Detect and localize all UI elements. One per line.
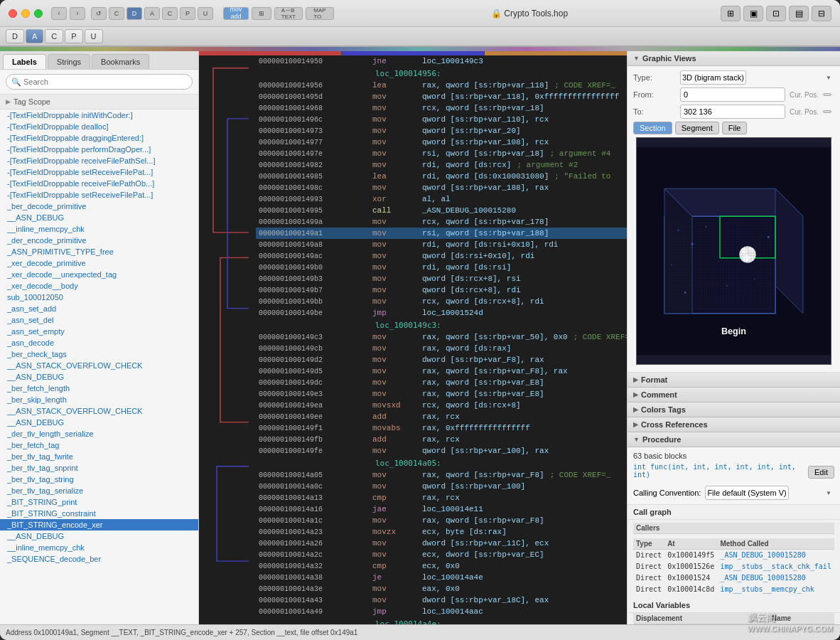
seg-u[interactable]: U <box>85 29 103 43</box>
list-item[interactable]: __ASN_DEBUG <box>0 417 198 428</box>
disasm-line[interactable]: loc_100014a05: <box>256 457 627 469</box>
list-item[interactable]: _ber_decode_primitive <box>0 201 198 212</box>
tab-strings[interactable]: Strings <box>48 54 90 69</box>
list-item[interactable]: _asn_decode <box>0 337 198 348</box>
list-item[interactable]: _SEQUENCE_decode_ber <box>0 553 198 565</box>
list-item[interactable]: _der_tlv_length_serialize <box>0 428 198 439</box>
list-item[interactable]: _ber_tlv_tag_serialize <box>0 485 198 496</box>
close-button[interactable] <box>9 9 17 18</box>
to-input[interactable] <box>680 105 785 119</box>
list-item[interactable]: -[TextFieldDroppable receiveFilePathOb..… <box>0 178 198 189</box>
comment-header[interactable]: ▶ Comment <box>628 388 840 402</box>
disasm-line[interactable]: loc_1000149c3: <box>256 319 627 331</box>
list-item[interactable]: -[TextFieldDroppable initWithCoder:] <box>0 110 198 121</box>
list-item[interactable]: _BIT_STRING_encode_xer <box>0 519 198 530</box>
list-item[interactable]: _ber_skip_length <box>0 394 198 405</box>
type-select[interactable]: 3D (bigram stack) <box>680 70 746 85</box>
list-item[interactable]: _ber_tlv_tag_snprint <box>0 462 198 474</box>
list-item[interactable]: _BIT_STRING_constraint <box>0 508 198 519</box>
colors-tags-header[interactable]: ▶ Colors Tags <box>628 402 840 417</box>
disasm-line[interactable]: 0000001000149acmovqword [ds:rsi+0x10], r… <box>256 250 627 262</box>
disasm-line[interactable]: 000000100014a26movdword [ss:rbp+var_11C]… <box>256 538 627 549</box>
grid-button[interactable]: ⊞ <box>252 7 271 20</box>
disasm-line[interactable]: 000000100014950jneloc_1000149c3 <box>256 55 627 67</box>
list-item[interactable]: -[TextFieldDroppable performDragOper...] <box>0 144 198 155</box>
disasm-line[interactable]: 00000010001497emovrsi, qword [ss:rbp+var… <box>256 148 627 159</box>
list-item[interactable]: sub_100012050 <box>0 292 198 303</box>
ab-text-button[interactable]: A↔BTEXT <box>274 7 303 20</box>
disasm-line[interactable]: 0000001000149d2movdword [ss:rbp+var_F8],… <box>256 354 627 366</box>
cur-pos-btn-1[interactable] <box>823 93 831 96</box>
list-item[interactable]: __ASN_DEBUG <box>0 371 198 383</box>
disasm-line[interactable]: 000000100014a1cmovrax, qword [ss:rbp+var… <box>256 515 627 526</box>
format-header[interactable]: ▶ Format <box>628 373 840 388</box>
back-button[interactable]: ‹ <box>51 7 67 20</box>
list-item[interactable]: -[TextFieldDroppable setReceiveFilePat..… <box>0 189 198 201</box>
tool-c[interactable]: C <box>109 7 124 20</box>
list-item[interactable]: __ASN_STACK_OVERFLOW_CHECK <box>0 360 198 371</box>
layout-btn-3[interactable]: ⊡ <box>766 6 786 21</box>
list-item[interactable]: _xer_decode__body <box>0 280 198 292</box>
disasm-line[interactable]: 0000001000149femovqword [ss:rbp+var_100]… <box>256 445 627 457</box>
disasm-line[interactable]: 0000001000149eeaddrax, rcx <box>256 411 627 422</box>
list-item[interactable]: -[TextFieldDroppable receiveFilePathSel.… <box>0 155 198 166</box>
disasm-line[interactable]: loc_100014a4e: <box>256 617 627 624</box>
list-item[interactable]: -[TextFieldDroppable draggingEntered:] <box>0 132 198 144</box>
disasm-line[interactable]: 0000001000149bejmploc_10001524d <box>256 307 627 319</box>
tab-labels[interactable]: Labels <box>3 54 46 69</box>
list-item[interactable]: _ber_fetch_length <box>0 383 198 394</box>
list-item[interactable]: _der_encode_primitive <box>0 235 198 246</box>
disasm-line[interactable]: 000000100014a43movdword [ss:rbp+var_18C]… <box>256 594 627 606</box>
disasm-line[interactable]: 0000001000149dcmovrax, qword [ss:rbp+var… <box>256 377 627 388</box>
file-btn[interactable]: File <box>722 122 748 134</box>
procedure-header[interactable]: ▼ Procedure <box>628 432 840 447</box>
disasm-line[interactable]: 0000001000149eamovsxdrcx, qword [ds:rcx+… <box>256 400 627 411</box>
list-item[interactable]: _xer_decode_primitive <box>0 257 198 269</box>
disasm-line[interactable]: 000000100014968movrcx, qword [ss:rbp+var… <box>256 102 627 114</box>
list-item[interactable]: _asn_set_add <box>0 303 198 314</box>
list-item[interactable]: -[TextFieldDroppable dealloc] <box>0 121 198 132</box>
disasm-line[interactable]: 000000100014a16jaeloc_100014e11 <box>256 503 627 515</box>
disasm-line[interactable]: 000000100014a13cmprax, rcx <box>256 492 627 503</box>
disasm-line[interactable]: 000000100014a05movrax, qword [ss:rbp+var… <box>256 469 627 481</box>
disasm-line[interactable]: 000000100014977movqword [ss:rbp+var_108]… <box>256 137 627 148</box>
disasm-line[interactable]: 0000001000149c3movrax, qword [ss:rbp+var… <box>256 331 627 343</box>
cross-refs-header[interactable]: ▶ Cross References <box>628 417 840 432</box>
disasm-line[interactable]: 000000100014a23movzxecx, byte [ds:rax] <box>256 526 627 538</box>
maximize-button[interactable] <box>34 9 43 18</box>
disasm-line[interactable]: 000000100014a38jeloc_100014a4e <box>256 572 627 583</box>
disasm-line[interactable]: 00000010001499amovrcx, qword [ss:rbp+var… <box>256 216 627 228</box>
list-item[interactable]: _ber_tlv_tag_fwrite <box>0 451 198 462</box>
minimize-button[interactable] <box>21 9 30 18</box>
layout-btn-2[interactable]: ▣ <box>743 6 763 21</box>
list-item[interactable]: _ber_check_tags <box>0 348 198 360</box>
seg-c[interactable]: C <box>45 29 63 43</box>
calling-conv-select[interactable]: File default (System V) <box>705 486 789 500</box>
disasm-line[interactable]: 000000100014a3emoveax, 0x0 <box>256 583 627 594</box>
disasm-line[interactable]: 00000010001495dmovqword [ss:rbp+var_118]… <box>256 91 627 102</box>
disasm-line[interactable]: 0000001000149cbmovrax, qword [ds:rax] <box>256 343 627 354</box>
edit-button[interactable]: Edit <box>808 466 834 479</box>
layout-btn-4[interactable]: ▤ <box>789 6 809 21</box>
disasm-line[interactable]: 0000001000149bbmovrcx, qword [ds:rcx+8],… <box>256 296 627 307</box>
refresh-button[interactable]: ↺ <box>91 7 107 20</box>
list-item[interactable]: __ASN_STACK_OVERFLOW_CHECK <box>0 405 198 417</box>
disasm-line[interactable]: 000000100014973movqword [ss:rbp+var_20] <box>256 125 627 137</box>
list-item[interactable]: __inline_memcpy_chk <box>0 223 198 235</box>
disasm-line[interactable]: 000000100014a0cmovqword [ss:rbp+var_100] <box>256 481 627 492</box>
list-item[interactable]: _ber_tlv_tag_string <box>0 474 198 485</box>
section-btn[interactable]: Section <box>633 122 672 134</box>
disasm-line[interactable]: 000000100014982movrdi, qword [ds:rcx]; a… <box>256 159 627 171</box>
graphic-views-header[interactable]: ▼ Graphic Views <box>628 51 840 66</box>
seg-p[interactable]: P <box>65 29 82 43</box>
list-item[interactable]: -[TextFieldDroppable setReceiveFilePat..… <box>0 166 198 178</box>
search-input[interactable] <box>6 74 193 90</box>
disasm-line[interactable]: 0000001000149d5movrax, qword [ss:rbp+var… <box>256 366 627 377</box>
disasm-line[interactable]: 0000001000149b0movrdi, qword [ds:rsi] <box>256 262 627 273</box>
disasm-line[interactable]: 0000001000149fbaddrax, rcx <box>256 434 627 445</box>
list-item[interactable]: __ASN_DEBUG <box>0 530 198 542</box>
disasm-line[interactable]: 000000100014985leardi, qword [ds:0x10003… <box>256 171 627 182</box>
disasm-line[interactable]: 00000010001498cmovqword [ss:rbp+var_188]… <box>256 182 627 193</box>
disasm-line[interactable]: 0000001000149b7movqword [ds:rcx+8], rdi <box>256 284 627 296</box>
seg-d[interactable]: D <box>6 29 24 43</box>
